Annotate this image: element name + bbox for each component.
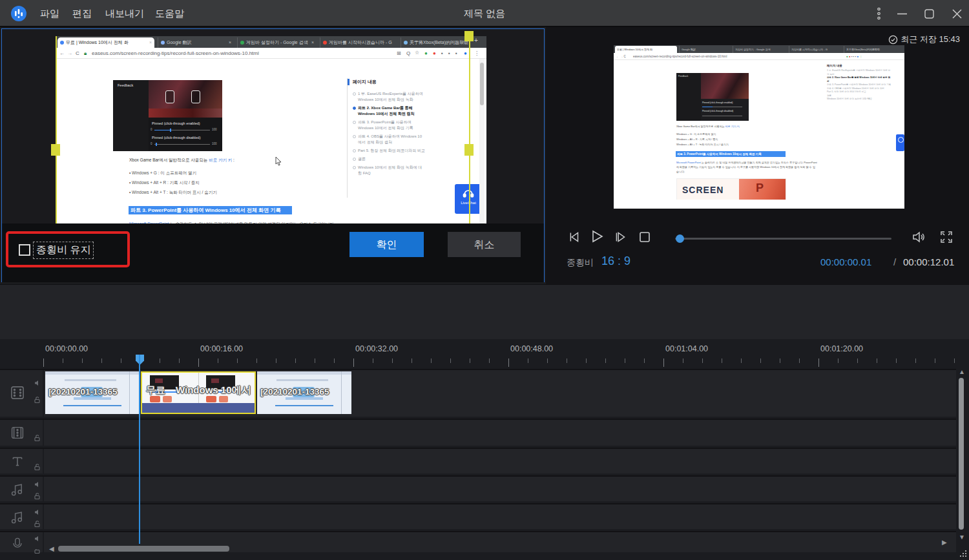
track-mute-icon[interactable]: [34, 481, 41, 488]
playhead-line[interactable]: [139, 355, 140, 544]
track-mute-icon[interactable]: [34, 379, 41, 387]
browser-tab: 무료 | Windows 10에서 전체 화×: [57, 37, 154, 48]
tab-close-icon: ×: [311, 37, 314, 48]
crop-handle-left-middle[interactable]: [51, 144, 60, 156]
slider2-label: Pinned (click-through disabled): [152, 136, 201, 140]
aspect-ratio-value[interactable]: 16 : 9: [601, 254, 630, 268]
toc-item[interactable]: 파트 4. OBS를 사용하여 Windows 10에서 전체 화면 캡처: [358, 134, 425, 145]
keep-aspect-label[interactable]: 종횡비 유지: [33, 242, 94, 259]
tab-close-icon: ×: [149, 37, 152, 48]
video-track-icon: [9, 384, 26, 401]
music-track-header: [0, 504, 44, 529]
source-frame-browser-screenshot: 무료 | Windows 10에서 전체 화× Google 翻訳× 게임바 설…: [56, 36, 486, 223]
music-track-header: [0, 477, 44, 501]
window-title: 제목 없음: [0, 0, 969, 27]
seek-thumb[interactable]: [676, 234, 684, 243]
music-track-2[interactable]: [0, 503, 956, 529]
hscroll-right-icon[interactable]: ▶: [942, 539, 947, 546]
timeline-clip-selected[interactable]: 무료 Windows 10에서: [141, 371, 256, 414]
current-time: 00:00:00.01: [820, 256, 871, 267]
saved-check-icon: [888, 35, 898, 45]
voiceover-track-icon: [10, 536, 25, 550]
preview-info-row: 종횡비 16 : 9 00:00:00.01 / 00:00:12.01: [546, 254, 969, 270]
hscroll-left-icon[interactable]: ◀: [49, 546, 54, 552]
track-lock-icon[interactable]: [34, 520, 41, 528]
cancel-button[interactable]: 취소: [448, 232, 521, 257]
maximize-button[interactable]: [920, 0, 938, 27]
livechat-button: LiveChat: [455, 184, 482, 214]
toc-item[interactable]: 파트 3. PowerPoint를 사용하여 Windows 10에서 전체 화…: [358, 119, 425, 131]
text-track-icon: [10, 454, 25, 468]
toc-item[interactable]: Windows 10에서 전체 화면 녹화에 대한 FAQ: [358, 165, 425, 176]
slider1-label: Pinned (click-through enabled): [152, 121, 200, 125]
mini-page-content: Feedback Pinned (click-through enabled) …: [614, 60, 904, 200]
browser-tab: 关于将Xbox(Beta)的问题帮助×: [401, 37, 470, 48]
vscroll-up-icon[interactable]: ▲: [959, 369, 965, 375]
padlock-icon: 🔒︎: [84, 50, 87, 57]
previous-frame-button[interactable]: [565, 229, 582, 245]
overlay-track-icon: [10, 425, 25, 441]
vscroll-down-icon[interactable]: ▼: [959, 534, 965, 541]
toc-item[interactable]: 1 부. EaseUS RecExperts를 사용하여 Windows 10에…: [358, 91, 425, 103]
overlay-track-header: [0, 420, 44, 446]
transport-controls: [546, 226, 969, 252]
volume-icon[interactable]: [911, 229, 926, 245]
vertical-scrollbar[interactable]: [959, 378, 964, 530]
timeline: 00:00:00.00 00:00:16.00 00:00:32.00 00:0…: [0, 339, 969, 560]
track-mute-icon[interactable]: [34, 508, 41, 516]
browser-tab: Google 翻訳×: [158, 37, 234, 48]
app-window: 파일 편집 내보내기 도움말 제목 없음 무료 | Windows 10에서 전…: [0, 0, 969, 560]
timeline-clip[interactable]: [20210201-13365: [257, 371, 351, 414]
track-lock-icon[interactable]: [34, 434, 41, 442]
horizontal-scrollbar[interactable]: [58, 546, 229, 552]
toc-item-active[interactable]: 파트 2. Xbox Game Bar를 통해 Windows 10에서 전체 …: [358, 105, 425, 117]
music-track-1[interactable]: [0, 475, 956, 501]
crop-handle-right-middle[interactable]: [464, 144, 474, 156]
track-lock-icon[interactable]: [34, 396, 41, 404]
mini-livechat: [896, 134, 904, 151]
mini-tabstrip: 무료 | Windows 10에서 전체 화 Google 翻訳 게임바 설정하…: [614, 45, 904, 53]
mini-toc: 페이지 내용 1 부. EaseUS RecExperts를 사용하여 Wind…: [827, 64, 898, 101]
play-button[interactable]: [587, 227, 605, 245]
track-lock-icon[interactable]: [34, 546, 41, 554]
browser-tabstrip: 무료 | Windows 10에서 전체 화× Google 翻訳× 게임바 설…: [56, 36, 486, 48]
part3-heading: 파트 3. PowerPoint를 사용하여 Windows 10에서 전체 화…: [129, 206, 292, 214]
shortcut-intro: Xbox Game Bar에서 일반적으로 사용되는 바로 가기 키 :: [129, 158, 234, 163]
tab-favicon: [404, 41, 408, 45]
captured-cursor-icon: [275, 157, 282, 166]
fullscreen-icon[interactable]: [939, 229, 954, 245]
new-tab-icon: +: [474, 37, 478, 44]
crop-editor-panel: 무료 | Windows 10에서 전체 화× Google 翻訳× 게임바 설…: [1, 28, 545, 282]
shortcut-item: • Windows + G : 이 소프트웨어 열기: [129, 171, 196, 176]
timeline-clip[interactable]: [20210201-13365: [45, 371, 140, 414]
close-button[interactable]: [947, 0, 966, 27]
more-options-button[interactable]: [871, 0, 886, 27]
track-lock-icon[interactable]: [34, 492, 41, 500]
text-track[interactable]: [0, 448, 956, 473]
stop-button[interactable]: [638, 230, 652, 244]
track-lock-icon[interactable]: [34, 463, 41, 471]
next-frame-button[interactable]: [612, 229, 629, 245]
video-track[interactable]: [20210201-13365 무료 Windows 10에서: [0, 369, 956, 417]
crop-line-right[interactable]: [469, 36, 470, 223]
total-time: 00:00:12.01: [903, 256, 954, 267]
shortcut-item: • Windows + Alt + R : 기록 시작 / 중지: [129, 180, 200, 186]
crop-line-left[interactable]: [56, 36, 57, 223]
toc-list: 1 부. EaseUS RecExperts를 사용하여 Windows 10에…: [358, 91, 425, 179]
browser-tab: 게임바 설정하기 - Google 검색×: [237, 37, 317, 48]
tab-favicon: [161, 41, 165, 45]
resize-grip[interactable]: [959, 550, 967, 558]
video-track-header: [0, 370, 44, 417]
ok-button[interactable]: 확인: [349, 232, 424, 257]
track-mute-icon[interactable]: [34, 535, 41, 543]
toc-title: 페이지 내용: [353, 79, 377, 85]
keep-aspect-checkbox[interactable]: [19, 244, 30, 256]
tab-close-icon: ×: [229, 37, 231, 48]
browser-tab: 게임바를 시작하시겠습니까 - G×: [320, 37, 397, 48]
crop-handle-right-top[interactable]: [464, 31, 474, 41]
toc-item[interactable]: Part 5. 현장 전체 화면 레코더와의 비교: [358, 148, 425, 154]
minimize-button[interactable]: [893, 0, 911, 27]
overlay-track[interactable]: [0, 419, 956, 446]
seek-slider[interactable]: [675, 238, 891, 240]
toc-item[interactable]: 결론: [358, 156, 425, 162]
